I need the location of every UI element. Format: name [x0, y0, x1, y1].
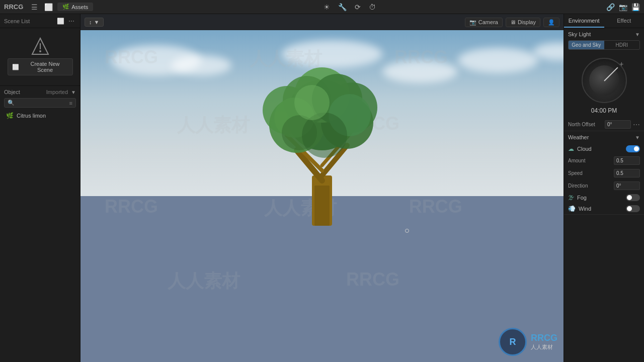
svg-point-20 — [282, 115, 317, 150]
left-panel-header: Scene List ⬜ ⋯ — [0, 14, 80, 28]
viewport-right-controls: 📷 Camera 🖥 Display 👤 — [465, 18, 559, 27]
svg-point-21 — [294, 85, 330, 120]
tab-environment[interactable]: Environment — [564, 14, 604, 28]
display-button[interactable]: 🖥 Display — [506, 18, 540, 27]
north-offset-more[interactable]: ⋯ — [633, 121, 640, 129]
object-section: Object Imported ▼ 🔍 ≡ 🌿 Citrus limon — [0, 85, 80, 124]
create-new-scene-button[interactable]: ⬜ Create New Scene — [8, 58, 73, 75]
svg-point-2 — [39, 50, 41, 52]
object-label: Object — [4, 89, 43, 95]
object-header: Object Imported ▼ — [4, 89, 76, 95]
light-icon[interactable]: ☀ — [324, 3, 330, 11]
fog-toggle[interactable] — [626, 194, 640, 201]
assets-tab[interactable]: 🌿 Assets — [57, 3, 93, 11]
sun-dial-container: + 04:00 PM — [564, 54, 644, 118]
cloud-row: ☁ Cloud — [564, 143, 644, 154]
add-scene-icon[interactable]: ⬜ — [56, 17, 65, 26]
cloud-6 — [533, 43, 564, 60]
object-dropdown-arrow[interactable]: ▼ — [71, 89, 76, 95]
imported-label: Imported — [46, 89, 68, 95]
plant-name-label: Citrus limon — [17, 113, 46, 119]
link-icon[interactable]: 🔗 — [606, 3, 615, 11]
refresh-icon[interactable]: ⟳ — [355, 3, 361, 11]
weather-title: Weather — [568, 134, 633, 140]
amount-row: Amount — [564, 154, 644, 167]
tab-effect[interactable]: Effect — [604, 14, 645, 28]
direction-label: Direction — [568, 183, 612, 189]
search-input[interactable] — [17, 100, 67, 106]
speed-row: Speed — [564, 167, 644, 179]
wind-toggle-knob — [627, 206, 632, 211]
main-layout: Scene List ⬜ ⋯ ⬜ Create New Scene Objec — [0, 14, 644, 362]
scene-list-label: Scene List — [4, 18, 53, 24]
render-button[interactable]: 👤 — [543, 18, 559, 27]
time-display: 04:00 PM — [591, 107, 617, 114]
fog-label: Fog — [577, 195, 623, 201]
top-bar-center: ☀ 🔧 ⟳ ⏱ — [97, 3, 602, 11]
weather-arrow: ▼ — [635, 135, 640, 140]
weather-section: Weather ▼ ☁ Cloud Amount Speed — [564, 131, 644, 215]
camera-icon: 📷 — [469, 19, 476, 26]
wind-row: 💨 Wind — [564, 203, 644, 214]
tools-icon[interactable]: 🔧 — [338, 3, 347, 11]
amount-label: Amount — [568, 158, 612, 163]
cloud-toggle-knob — [634, 146, 639, 151]
sky-light-arrow: ▼ — [635, 32, 640, 37]
speed-label: Speed — [568, 170, 612, 176]
viewport[interactable]: ↕ ▼ 📷 Camera 🖥 Display 👤 — [80, 14, 564, 362]
fog-row: 🌫 Fog — [564, 192, 644, 203]
hdri-button[interactable]: HDRI — [604, 41, 640, 49]
wind-label: Wind — [579, 206, 623, 212]
menu-icon[interactable]: ☰ — [29, 2, 39, 12]
viewport-toolbar: ↕ ▼ 📷 Camera 🖥 Display 👤 — [80, 14, 564, 30]
wind-icon: 💨 — [568, 205, 576, 212]
transform-arrow: ▼ — [94, 19, 100, 25]
move-icon: ↕ — [89, 19, 92, 25]
render-icon: 👤 — [548, 19, 555, 26]
cloud-toggle[interactable] — [626, 145, 640, 152]
search-icon: 🔍 — [8, 100, 15, 106]
assets-icon: 🌿 — [62, 4, 69, 10]
cloud-icon: ☁ — [568, 145, 574, 152]
geo-sky-button[interactable]: Geo and Sky — [569, 41, 604, 49]
scene-placeholder-icon — [30, 36, 50, 56]
left-panel-icons: ⬜ ⋯ — [56, 17, 76, 26]
sky-light-title: Sky Light — [568, 31, 633, 37]
scene-background: RRCG 人人素材 RRCG 人人素材 RRCG RRCG 人人素材 RRCG … — [80, 30, 564, 362]
sun-dial[interactable]: + — [582, 58, 627, 103]
fog-toggle-knob — [627, 195, 632, 200]
transform-button[interactable]: ↕ ▼ — [85, 18, 104, 27]
top-bar-right: 🔗 📷 💾 — [606, 3, 640, 11]
more-options-icon[interactable]: ⋯ — [67, 17, 76, 26]
speed-input[interactable] — [614, 169, 640, 177]
list-item[interactable]: 🌿 Citrus limon — [4, 111, 76, 121]
fog-icon: 🌫 — [568, 194, 574, 201]
north-offset-label: North Offset — [568, 122, 603, 127]
wind-toggle[interactable] — [626, 205, 640, 212]
sky-light-section: Sky Light ▼ Geo and Sky HDRI + 04:00 PM — [564, 28, 644, 131]
camera-icon-top[interactable]: 📷 — [619, 3, 627, 11]
plant-icon: 🌿 — [6, 112, 14, 119]
display-icon: 🖥 — [510, 19, 516, 25]
list-icon[interactable]: ≡ — [69, 100, 72, 106]
create-scene-icon: ⬜ — [12, 64, 19, 70]
cloud-5 — [458, 48, 538, 73]
sky-toggle: Geo and Sky HDRI — [568, 40, 640, 50]
north-offset-input[interactable] — [605, 120, 631, 129]
left-panel: Scene List ⬜ ⋯ ⬜ Create New Scene Objec — [0, 14, 80, 362]
weather-header[interactable]: Weather ▼ — [564, 131, 644, 143]
sun-dial-plus-icon[interactable]: + — [619, 60, 623, 68]
direction-input[interactable] — [614, 182, 640, 190]
sky-light-header[interactable]: Sky Light ▼ — [564, 28, 644, 40]
timer-icon[interactable]: ⏱ — [369, 3, 376, 11]
top-bar: RRCG ☰ ⬜ 🌿 Assets ☀ 🔧 ⟳ ⏱ 🔗 📷 💾 — [0, 0, 644, 14]
cloud-2 — [171, 55, 231, 75]
svg-rect-4 — [314, 186, 330, 226]
amount-input[interactable] — [614, 156, 640, 165]
camera-button[interactable]: 📷 Camera — [465, 18, 503, 27]
search-bar: 🔍 ≡ — [4, 98, 76, 108]
right-panel-tabs: Environment Effect — [564, 14, 644, 28]
tree-viewport — [247, 35, 397, 236]
grid-icon[interactable]: ⬜ — [43, 2, 53, 12]
save-icon[interactable]: 💾 — [631, 3, 640, 11]
